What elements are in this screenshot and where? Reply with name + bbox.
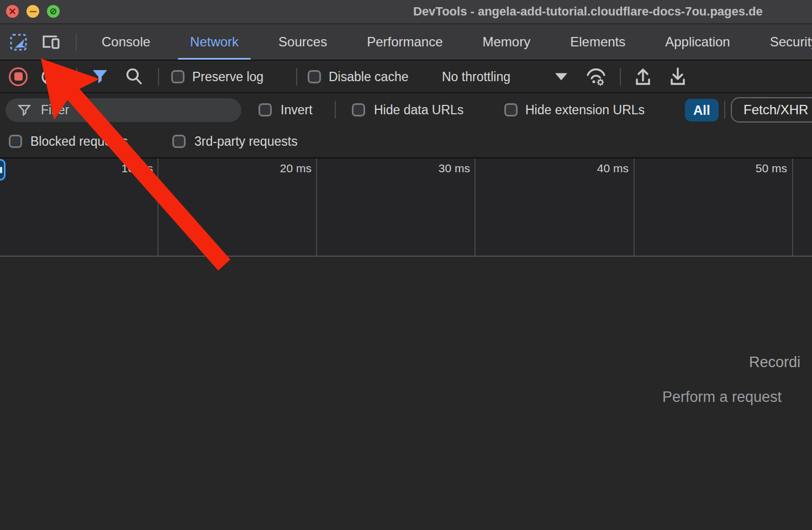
- tick-20ms: 20 ms: [240, 162, 312, 175]
- invert-label[interactable]: Invert: [281, 103, 313, 118]
- window-title: DevTools - angela-add-tutorial.cloudflar…: [413, 4, 763, 19]
- close-icon: [9, 8, 15, 14]
- network-toolbar: Preserve log Disable cache No throttling: [0, 61, 812, 93]
- network-overview-timeline[interactable]: 10 ms 20 ms 30 ms 40 ms 50 ms: [0, 157, 812, 257]
- title-bar: DevTools - angela-add-tutorial.cloudflar…: [0, 0, 812, 24]
- gridline: [157, 158, 159, 256]
- invert-checkbox[interactable]: [259, 103, 272, 116]
- zoom-button[interactable]: [47, 5, 60, 18]
- inspect-element-button[interactable]: [9, 31, 30, 52]
- circle-slash-icon: [41, 68, 59, 86]
- minimize-icon: [30, 10, 36, 13]
- handle-grip: [0, 167, 2, 173]
- panel-tabs: Console Network Sources Performance Memo…: [82, 24, 812, 60]
- tab-network[interactable]: Network: [170, 24, 259, 60]
- network-filter-row-2: Blocked requests 3rd-party requests: [0, 125, 812, 157]
- tab-application[interactable]: Application: [645, 24, 750, 60]
- gridline: [316, 158, 317, 256]
- tick-40ms: 40 ms: [557, 162, 629, 175]
- tick-10ms: 10 ms: [81, 162, 153, 175]
- separator: [724, 101, 725, 119]
- empty-panel-recording-text: Recordi: [749, 354, 800, 371]
- blocked-requests-label[interactable]: Blocked requests: [30, 134, 128, 149]
- tick-50ms: 50 ms: [715, 162, 787, 175]
- tab-memory[interactable]: Memory: [463, 24, 551, 60]
- clear-network-log-button[interactable]: [41, 68, 59, 86]
- tick-30ms: 30 ms: [398, 162, 470, 175]
- separator: [158, 68, 159, 86]
- filter-input[interactable]: Filter: [6, 98, 241, 122]
- tab-security[interactable]: Security: [750, 24, 812, 60]
- chevron-down-icon[interactable]: [555, 73, 567, 80]
- third-party-requests-label[interactable]: 3rd-party requests: [194, 134, 298, 149]
- preserve-log-label[interactable]: Preserve log: [192, 69, 263, 84]
- search-button[interactable]: [125, 67, 144, 86]
- inspect-cursor-icon: [9, 31, 30, 52]
- filter-toggle-button[interactable]: [92, 70, 108, 84]
- upload-icon: [633, 67, 653, 86]
- separator: [296, 68, 297, 86]
- device-toolbar-icon: [40, 33, 62, 51]
- separator: [335, 101, 336, 119]
- wifi-gear-icon: [584, 67, 608, 87]
- minimize-button[interactable]: [27, 5, 39, 18]
- devtools-tab-bar: Console Network Sources Performance Memo…: [0, 24, 812, 61]
- throttling-select[interactable]: No throttling: [442, 69, 510, 84]
- disable-cache-label[interactable]: Disable cache: [329, 69, 408, 84]
- blocked-requests-checkbox[interactable]: [9, 135, 22, 148]
- separator: [620, 68, 621, 86]
- funnel-icon: [92, 70, 108, 84]
- tab-sources[interactable]: Sources: [259, 24, 347, 60]
- record-network-log-button[interactable]: [9, 67, 28, 86]
- hide-data-urls-checkbox[interactable]: [352, 103, 365, 116]
- empty-panel-hint-text: Perform a request: [662, 389, 782, 406]
- download-icon: [668, 67, 688, 86]
- gridline: [792, 158, 793, 256]
- export-har-button[interactable]: [668, 67, 688, 86]
- hide-extension-urls-checkbox[interactable]: [504, 103, 518, 116]
- network-filter-row: Filter Invert Hide data URLs Hide extens…: [0, 94, 812, 125]
- search-icon: [125, 67, 144, 86]
- filter-placeholder: Filter: [41, 103, 69, 118]
- preserve-log-checkbox[interactable]: [171, 70, 184, 83]
- filter-chip-all[interactable]: All: [685, 99, 719, 121]
- disable-cache-checkbox[interactable]: [308, 70, 321, 83]
- network-conditions-button[interactable]: [584, 67, 608, 87]
- tab-console[interactable]: Console: [82, 24, 170, 60]
- zoom-icon: [50, 8, 57, 15]
- gridline: [634, 158, 635, 256]
- gridline: [474, 158, 476, 256]
- tab-performance[interactable]: Performance: [347, 24, 462, 60]
- third-party-requests-checkbox[interactable]: [172, 135, 186, 148]
- stop-record-icon: [14, 72, 23, 81]
- hide-data-urls-label[interactable]: Hide data URLs: [374, 103, 463, 118]
- separator: [76, 68, 77, 86]
- separator: [76, 33, 77, 51]
- overview-left-handle[interactable]: [0, 159, 6, 181]
- tab-elements[interactable]: Elements: [550, 24, 645, 60]
- filter-chip-fetch-xhr[interactable]: Fetch/XHR: [731, 97, 812, 123]
- import-har-button[interactable]: [633, 67, 653, 86]
- hide-extension-urls-label[interactable]: Hide extension URLs: [525, 103, 645, 118]
- funnel-outline-icon: [18, 104, 31, 116]
- toggle-device-toolbar-button[interactable]: [40, 33, 62, 51]
- close-button[interactable]: [6, 5, 19, 18]
- devtools-window: DevTools - angela-add-tutorial.cloudflar…: [0, 0, 812, 530]
